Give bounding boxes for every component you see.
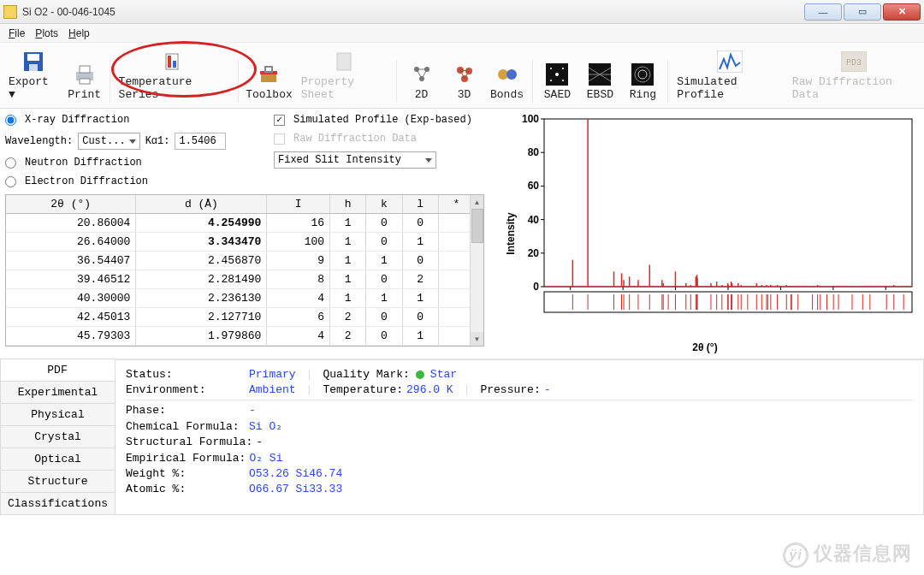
scroll-thumb[interactable]: [471, 209, 483, 243]
table-header[interactable]: d (Å): [136, 195, 267, 214]
tab-pdf[interactable]: PDF: [0, 359, 115, 382]
wt-label: Weight %:: [126, 467, 246, 480]
svg-rect-4: [80, 66, 90, 73]
svg-rect-40: [717, 50, 743, 73]
2d-button[interactable]: 2D: [400, 61, 443, 103]
toolbar-separator: [532, 60, 533, 103]
close-button[interactable]: ✕: [883, 3, 921, 21]
sheet-icon: [330, 50, 358, 74]
tab-structure[interactable]: Structure: [0, 470, 115, 493]
table-row[interactable]: 40.300002.2361304111: [6, 289, 475, 308]
tab-optical[interactable]: Optical: [0, 448, 115, 471]
scroll-up-icon[interactable]: ▲: [471, 195, 483, 209]
ebsd-button[interactable]: EBSD: [578, 61, 621, 103]
tab-physical[interactable]: Physical: [0, 403, 115, 426]
svg-rect-7: [168, 56, 171, 68]
svg-rect-43: [544, 119, 912, 287]
diffraction-chart[interactable]: Intensity 02040608010020406080100120140 …: [491, 114, 919, 353]
chk-simulated[interactable]: ✓Simulated Profile (Exp-based): [274, 114, 484, 126]
wt-value[interactable]: O53.26 Si46.74: [249, 467, 342, 480]
maximize-button[interactable]: ▭: [844, 3, 881, 21]
table-header[interactable]: 2θ (°): [6, 195, 136, 214]
press-value: -: [544, 383, 551, 396]
table-row[interactable]: 42.450132.1277106200: [6, 308, 475, 327]
emp-value[interactable]: O₂ Si: [249, 451, 282, 465]
svg-rect-8: [173, 61, 176, 68]
menu-plots[interactable]: Plots: [32, 26, 62, 40]
status-value[interactable]: Primary: [249, 368, 296, 381]
peaks-table[interactable]: 2θ (°)d (Å)Ihkl*20.860044.2549901610026.…: [5, 194, 484, 347]
simulated-profile-button[interactable]: Simulated Profile: [672, 48, 787, 103]
at-label: Atomic %:: [126, 483, 246, 495]
menu-help[interactable]: Help: [65, 26, 93, 40]
raw-diffraction-button: PD3 Raw Diffraction Data: [787, 48, 921, 103]
print-button[interactable]: Print: [63, 61, 106, 103]
minimize-button[interactable]: —: [804, 3, 842, 21]
window-title: Si O2 - 00-046-1045: [22, 6, 803, 18]
at-value[interactable]: O66.67 Si33.33: [249, 483, 342, 495]
table-scrollbar[interactable]: ▲ ▼: [470, 195, 483, 346]
star-icon: [416, 370, 424, 379]
quality-label: Quality Mark:: [323, 368, 409, 381]
press-label: Pressure:: [480, 383, 540, 396]
bonds-button[interactable]: Bonds: [486, 61, 529, 103]
svg-text:0: 0: [533, 281, 539, 293]
radio-electron[interactable]: Electron Diffraction: [5, 175, 262, 187]
intensity-select[interactable]: Fixed Slit Intensity: [274, 151, 436, 169]
chk-raw: Raw Diffraction Data: [274, 133, 484, 145]
svg-point-29: [550, 68, 552, 69]
menu-file[interactable]: File: [5, 26, 28, 40]
toolbox-button[interactable]: Toolbox: [242, 61, 295, 103]
svg-text:60: 60: [528, 180, 540, 192]
temperature-series-button[interactable]: Temperature Series: [114, 48, 235, 103]
ring-button[interactable]: Ring: [621, 61, 664, 103]
chem-label: Chemical Formula:: [126, 420, 246, 433]
svg-rect-5: [80, 79, 90, 84]
svg-line-18: [422, 69, 427, 79]
tab-experimental[interactable]: Experimental: [0, 381, 115, 404]
scroll-down-icon[interactable]: ▼: [471, 332, 483, 346]
radio-neutron[interactable]: Neutron Diffraction: [5, 157, 262, 169]
bonds-icon: [494, 62, 521, 86]
toolbar-separator: [110, 60, 110, 103]
env-value[interactable]: Ambient: [249, 383, 296, 396]
svg-rect-9: [261, 74, 276, 82]
table-header[interactable]: I: [267, 195, 330, 214]
table-row[interactable]: 45.793031.9798604201: [6, 327, 475, 346]
3d-button[interactable]: 3D: [443, 61, 486, 103]
tab-classifications[interactable]: Classifications: [0, 492, 115, 515]
menubar: File Plots Help: [0, 24, 924, 43]
temp-value[interactable]: 296.0 K: [406, 383, 453, 396]
saed-button[interactable]: SAED: [536, 61, 578, 103]
svg-text:100: 100: [522, 114, 539, 125]
table-row[interactable]: 26.640003.343470100101: [6, 233, 475, 252]
table-row[interactable]: 36.544072.4568709110: [6, 252, 475, 270]
info-tabs: PDFExperimentalPhysicalCrystalOpticalStr…: [0, 359, 115, 515]
kalpha-input[interactable]: 1.5406: [175, 133, 226, 150]
status-label: Status:: [126, 368, 246, 381]
phase-label: Phase:: [126, 404, 246, 417]
temp-label: Temperature:: [323, 383, 403, 396]
table-row[interactable]: 20.860044.25499016100: [6, 214, 475, 233]
env-label: Environment:: [126, 383, 246, 396]
chem-value[interactable]: Si O₂: [249, 419, 282, 433]
emp-label: Empirical Formula:: [126, 452, 246, 465]
printer-icon: [71, 62, 98, 86]
svg-point-28: [555, 73, 559, 76]
svg-rect-1: [27, 54, 39, 61]
table-row[interactable]: 39.465122.2814908102: [6, 270, 475, 289]
toolbar-separator: [238, 60, 239, 103]
table-header[interactable]: k: [366, 195, 402, 214]
chart-xlabel: 2θ (°): [692, 341, 717, 353]
quality-value[interactable]: Star: [430, 368, 457, 381]
watermark: ÿi仪器信息网: [783, 541, 912, 568]
radio-xray[interactable]: X-ray Diffraction: [5, 114, 262, 126]
table-header[interactable]: h: [330, 195, 366, 214]
molecule-3d-icon: [451, 62, 478, 86]
table-header[interactable]: l: [402, 195, 438, 214]
wavelength-select[interactable]: Cust...: [78, 133, 139, 150]
export-button[interactable]: Export ▼: [3, 48, 63, 103]
svg-text:40: 40: [528, 214, 540, 226]
svg-line-17: [417, 69, 422, 79]
tab-crystal[interactable]: Crystal: [0, 425, 115, 448]
